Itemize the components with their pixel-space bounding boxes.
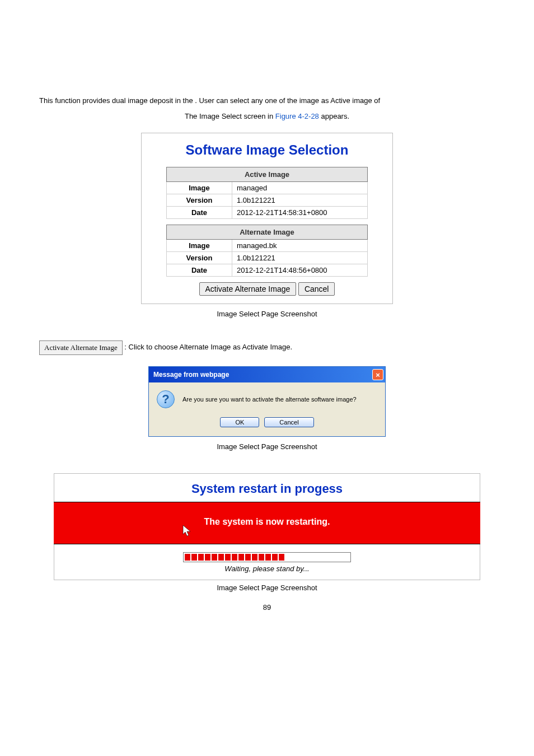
dialog-question-text: Are you sure you want to activate the al… — [182, 396, 357, 403]
swi-title: Software Image Selection — [149, 142, 385, 158]
software-image-selection-panel: Software Image Selection Active Image Im… — [141, 133, 393, 304]
alternate-image-header: Alternate Image — [167, 225, 368, 240]
active-version-value: 1.0b121221 — [232, 194, 368, 207]
confirm-dialog: Message from webpage × ? Are you sure yo… — [148, 366, 386, 437]
close-icon[interactable]: × — [372, 369, 383, 380]
figure-caption-2: Image Select Page Screenshot — [0, 442, 534, 451]
alt-image-value: managed.bk — [232, 240, 368, 252]
label-image: Image — [167, 182, 232, 194]
label-version: Version — [167, 252, 232, 264]
intro-line-2: The Image Select screen in Figure 4-2-28… — [39, 111, 495, 122]
intro-text-a: This function provides dual image deposi… — [39, 96, 195, 105]
dialog-body: ? Are you sure you want to activate the … — [149, 382, 385, 436]
table-row: Image managed.bk — [167, 240, 368, 252]
restart-banner: The system is now restarting. — [54, 502, 480, 544]
waiting-text: Waiting, please stand by... — [54, 564, 480, 573]
label-image: Image — [167, 240, 232, 252]
dialog-title: Message from webpage — [153, 371, 229, 379]
restart-banner-text: The system is now restarting. — [204, 517, 330, 526]
cancel-button[interactable]: Cancel — [298, 282, 335, 296]
dialog-button-row: OK Cancel — [157, 417, 377, 427]
table-row: Version 1.0b121221 — [167, 252, 368, 264]
doc-button-description: Activate Alternate Image : Click to choo… — [39, 340, 534, 355]
figure-ref-link[interactable]: Figure 4-2-28 — [275, 112, 319, 120]
dialog-question-row: ? Are you sure you want to activate the … — [157, 390, 377, 408]
table-row: Date 2012-12-21T14:58:31+0800 — [167, 207, 368, 219]
intro-line-1: This function provides dual image deposi… — [39, 95, 495, 106]
active-image-value: managed — [232, 182, 368, 194]
table-row: Image managed — [167, 182, 368, 194]
progress-bar — [183, 552, 351, 562]
activate-alternate-button[interactable]: Activate Alternate Image — [199, 282, 297, 296]
alt-date-value: 2012-12-21T14:48:56+0800 — [232, 264, 368, 277]
intro-text-2b: appears. — [321, 112, 349, 120]
intro-text-b: . User can select any one of the image a… — [195, 96, 380, 105]
doc-activate-button: Activate Alternate Image — [39, 340, 123, 355]
table-row: Date 2012-12-21T14:48:56+0800 — [167, 264, 368, 277]
label-date: Date — [167, 207, 232, 219]
active-date-value: 2012-12-21T14:58:31+0800 — [232, 207, 368, 219]
table-row: Version 1.0b121221 — [167, 194, 368, 207]
ok-button[interactable]: OK — [220, 417, 259, 427]
active-image-table: Active Image Image managed Version 1.0b1… — [166, 167, 368, 219]
cursor-icon — [182, 525, 193, 539]
intro-text-2a: The Image Select screen in — [185, 112, 275, 120]
label-version: Version — [167, 194, 232, 207]
doc-button-text: : Click to choose Alternate Image as Act… — [124, 343, 292, 351]
figure-caption-1: Image Select Page Screenshot — [0, 310, 534, 318]
cancel-button[interactable]: Cancel — [264, 417, 313, 427]
system-restart-panel: System restart in progess The system is … — [54, 473, 480, 580]
restart-title: System restart in progess — [54, 474, 480, 502]
active-image-header: Active Image — [167, 167, 368, 182]
figure-caption-3: Image Select Page Screenshot — [0, 584, 534, 592]
page-number: 89 — [0, 603, 534, 612]
swi-button-row: Activate Alternate Image Cancel — [149, 282, 385, 296]
alt-version-value: 1.0b121221 — [232, 252, 368, 264]
dialog-titlebar: Message from webpage × — [149, 367, 385, 382]
question-icon: ? — [157, 390, 175, 408]
label-date: Date — [167, 264, 232, 277]
alternate-image-table: Alternate Image Image managed.bk Version… — [166, 225, 368, 277]
